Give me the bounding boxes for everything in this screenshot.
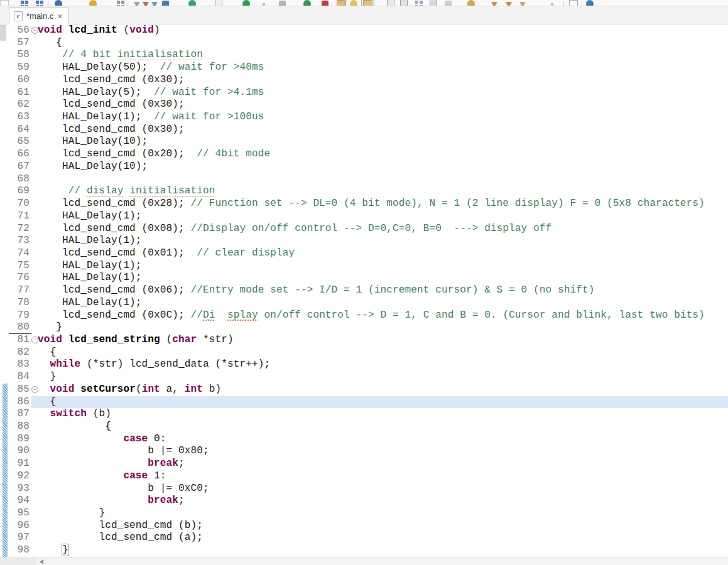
code-text[interactable]: { (38, 37, 728, 50)
scroll-left-arrow-icon[interactable] (40, 559, 43, 564)
perspective-grid-icon-2[interactable] (36, 1, 43, 6)
window-icon[interactable] (0, 0, 9, 6)
print-icon[interactable] (430, 0, 437, 6)
code-text[interactable]: case 0: (38, 433, 728, 446)
annotation-gutter[interactable] (0, 235, 9, 247)
line-number[interactable]: 82 (9, 347, 31, 359)
fold-gutter[interactable]: − (31, 24, 38, 37)
close-icon[interactable]: × (57, 12, 62, 21)
code-line-83[interactable]: 83 while (*str) lcd_send_data (*str++); (0, 358, 728, 371)
new-project-icon[interactable] (162, 1, 169, 6)
code-text[interactable]: HAL_Delay(1); (38, 297, 728, 309)
code-line-58[interactable]: 58 // 4 bit initialisation (0, 49, 728, 62)
code-text[interactable]: break; (38, 495, 728, 507)
annotation-gutter[interactable] (0, 384, 9, 396)
line-number[interactable]: 59 (9, 62, 31, 74)
code-line-95[interactable]: 95 } (0, 507, 728, 520)
code-text[interactable]: HAL_Delay(1); (38, 210, 728, 223)
annotation-gutter[interactable] (0, 198, 9, 210)
annotation-gutter[interactable] (0, 284, 9, 297)
scrollbar-track[interactable] (46, 558, 728, 565)
code-text[interactable]: lcd_send_cmd (0x30); (38, 74, 728, 87)
line-number[interactable]: 90 (9, 445, 31, 458)
code-text[interactable]: lcd_send_cmd (0x0C); //Di splay on/off c… (38, 309, 728, 322)
line-number[interactable]: 67 (9, 161, 31, 173)
annotation-gutter[interactable] (0, 532, 9, 544)
line-number[interactable]: 71 (9, 210, 31, 223)
debug-attach-icon[interactable] (55, 0, 62, 6)
code-line-66[interactable]: 66 lcd_send_cmd (0x20); // 4bit mode (0, 148, 728, 161)
code-line-67[interactable]: 67 HAL_Delay(10); (0, 161, 728, 173)
annotation-gutter[interactable] (0, 483, 9, 495)
back-history-icon[interactable] (491, 2, 497, 6)
code-text[interactable]: HAL_Delay(5); // wait for >4.1ms (38, 87, 728, 99)
code-text[interactable]: case 1: (38, 470, 728, 483)
line-number[interactable]: 97 (9, 532, 31, 544)
line-number[interactable]: 69 (9, 185, 31, 198)
fold-gutter[interactable]: − (31, 334, 38, 347)
line-number[interactable]: 62 (9, 99, 31, 111)
code-line-96[interactable]: 96 lcd_send_cmd (b); (0, 520, 728, 532)
line-number[interactable]: 60 (9, 74, 31, 87)
more-dot-icon[interactable] (551, 3, 553, 6)
annotation-gutter[interactable] (0, 87, 9, 99)
line-number[interactable]: 95 (9, 507, 31, 520)
code-line-64[interactable]: 64 lcd_send_cmd (0x30); (0, 124, 728, 136)
fold-collapse-icon[interactable]: − (31, 386, 38, 393)
code-text[interactable]: lcd_send_cmd (a); (38, 532, 728, 544)
code-line-89[interactable]: 89 case 0: (0, 433, 728, 446)
annotation-gutter[interactable] (0, 334, 9, 347)
line-number[interactable]: 57 (9, 37, 31, 50)
code-line-59[interactable]: 59 HAL_Delay(50); // wait for >40ms (0, 62, 728, 74)
annotation-gutter[interactable] (0, 161, 9, 173)
annotation-gutter[interactable] (0, 321, 9, 334)
code-line-71[interactable]: 71 HAL_Delay(1); (0, 210, 728, 223)
help-icon[interactable] (586, 0, 594, 6)
line-number[interactable]: 83 (9, 358, 31, 371)
code-line-79[interactable]: 79 lcd_send_cmd (0x0C); //Di splay on/of… (0, 309, 728, 322)
save-icon[interactable] (387, 0, 394, 6)
code-line-65[interactable]: 65 HAL_Delay(10); (0, 136, 728, 148)
annotation-gutter[interactable] (0, 124, 9, 136)
code-line-98[interactable]: 98 } (0, 544, 728, 557)
annotation-gutter[interactable] (0, 445, 9, 458)
annotation-gutter[interactable] (0, 49, 9, 62)
code-text[interactable]: HAL_Delay(1); (38, 235, 728, 247)
annotation-gutter[interactable] (0, 210, 9, 223)
annotation-gutter[interactable] (0, 408, 9, 421)
code-line-84[interactable]: 84 } (0, 371, 728, 384)
annotation-gutter[interactable] (0, 148, 9, 161)
perspective-grid-icon[interactable] (21, 1, 28, 6)
annotation-gutter[interactable] (0, 347, 9, 359)
line-number[interactable]: 86 (9, 396, 31, 409)
code-text[interactable]: b |= 0xC0; (38, 483, 728, 495)
code-line-61[interactable]: 61 HAL_Delay(5); // wait for >4.1ms (0, 87, 728, 99)
code-text[interactable]: lcd_send_cmd (b); (38, 520, 728, 532)
annotation-gutter[interactable] (0, 495, 9, 507)
save-all-icon[interactable] (400, 0, 408, 6)
open-element-icon[interactable] (363, 0, 372, 6)
line-number[interactable]: 58 (9, 49, 31, 62)
code-line-88[interactable]: 88 { (0, 421, 728, 433)
line-number[interactable]: 65 (9, 136, 31, 148)
code-line-86[interactable]: 86 { (0, 396, 728, 409)
line-number[interactable]: 64 (9, 124, 31, 136)
build-icon[interactable] (188, 0, 196, 6)
horizontal-scrollbar[interactable] (0, 557, 728, 565)
code-text[interactable]: b |= 0x80; (38, 445, 728, 458)
code-line-68[interactable]: 68 (0, 173, 728, 186)
code-line-93[interactable]: 93 b |= 0xC0; (0, 483, 728, 495)
forward-history-icon[interactable] (506, 2, 512, 6)
memory-grid-icon[interactable] (117, 1, 124, 6)
annotation-gutter[interactable] (0, 74, 9, 87)
line-number[interactable]: 96 (9, 520, 31, 532)
code-line-87[interactable]: 87 switch (b) (0, 408, 728, 421)
line-number[interactable]: 73 (9, 235, 31, 247)
line-number[interactable]: 91 (9, 458, 31, 470)
annotation-gutter[interactable] (0, 272, 9, 284)
fold-gutter[interactable]: − (31, 384, 38, 396)
code-line-77[interactable]: 77 lcd_send_cmd (0x06); //Entry mode set… (0, 284, 728, 297)
line-number[interactable]: 77 (9, 284, 31, 297)
dropdown-arrow-icon[interactable] (134, 2, 140, 6)
tab-main-c[interactable]: c *main.c × (9, 7, 69, 24)
